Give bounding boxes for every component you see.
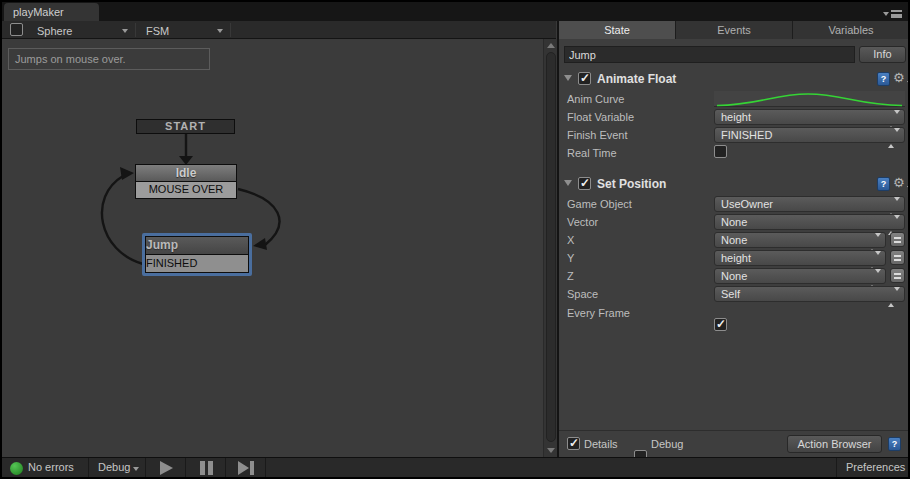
vector-dropdown[interactable]: None bbox=[714, 214, 905, 230]
scroll-down-icon[interactable] bbox=[547, 448, 555, 453]
status-ok-icon bbox=[10, 462, 23, 475]
chevron-down-icon bbox=[133, 467, 139, 471]
jump-node-transition[interactable]: FINISHED bbox=[146, 255, 248, 272]
pause-button[interactable] bbox=[185, 458, 225, 478]
debug-mode-value: Debug bbox=[98, 461, 130, 473]
real-time-checkbox[interactable] bbox=[714, 145, 727, 158]
idle-node-title: Idle bbox=[136, 165, 236, 182]
info-button[interactable]: Info bbox=[859, 46, 906, 63]
fsm-enabled-checkbox[interactable] bbox=[10, 23, 23, 36]
step-button[interactable] bbox=[225, 458, 265, 478]
help-book-icon[interactable]: ? bbox=[877, 72, 890, 86]
playmaker-tab-label: playMaker bbox=[13, 6, 64, 18]
foldout-triangle-icon[interactable] bbox=[564, 75, 572, 81]
vector-label: Vector bbox=[567, 216, 598, 228]
play-icon bbox=[160, 461, 173, 475]
scrollbar-thumb[interactable] bbox=[546, 52, 556, 442]
game-object-value: UseOwner bbox=[721, 198, 773, 210]
help-book-icon[interactable]: ? bbox=[877, 177, 890, 191]
dropdown-arrows-icon bbox=[869, 236, 881, 250]
action-browser-button[interactable]: Action Browser bbox=[787, 435, 882, 453]
y-variable-toggle-button[interactable] bbox=[890, 250, 905, 265]
step-icon bbox=[238, 461, 249, 475]
tab-variables[interactable]: Variables bbox=[793, 21, 909, 39]
debug-label: Debug bbox=[651, 438, 683, 450]
float-variable-value: height bbox=[721, 111, 751, 123]
foldout-triangle-icon[interactable] bbox=[564, 180, 572, 186]
z-label: Z bbox=[567, 270, 574, 282]
gear-icon[interactable]: ⚙ bbox=[893, 176, 905, 190]
state-node-start[interactable]: START bbox=[136, 119, 235, 134]
y-label: Y bbox=[567, 252, 574, 264]
x-dropdown[interactable]: None bbox=[714, 232, 886, 248]
z-variable-toggle-button[interactable] bbox=[890, 268, 905, 283]
title-strip: playMaker bbox=[2, 2, 908, 21]
tab-state[interactable]: State bbox=[559, 21, 675, 39]
details-checkbox[interactable] bbox=[567, 437, 580, 450]
every-frame-checkbox[interactable] bbox=[714, 318, 727, 331]
action-header-set-position[interactable]: Set Position ? ⚙ bbox=[559, 176, 910, 192]
gameobject-dropdown-value: Sphere bbox=[30, 25, 72, 37]
x-variable-toggle-button[interactable] bbox=[890, 232, 905, 247]
play-button[interactable] bbox=[145, 458, 185, 478]
debug-mode-dropdown[interactable]: Debug bbox=[88, 458, 145, 478]
space-value: Self bbox=[721, 288, 740, 300]
anim-curve-field[interactable] bbox=[714, 91, 905, 107]
chevron-down-icon bbox=[122, 29, 128, 33]
finish-event-value: FINISHED bbox=[721, 129, 772, 141]
chevron-down-icon bbox=[217, 29, 223, 33]
gameobject-dropdown[interactable]: Sphere bbox=[30, 21, 134, 39]
window-menu-icon[interactable] bbox=[883, 9, 902, 20]
statusbar-divider bbox=[265, 458, 266, 478]
dropdown-arrows-icon bbox=[888, 200, 900, 214]
dropdown-arrows-icon bbox=[869, 272, 881, 286]
game-object-label: Game Object bbox=[567, 198, 632, 210]
space-dropdown[interactable]: Self bbox=[714, 286, 905, 302]
float-variable-label: Float Variable bbox=[567, 111, 634, 123]
idle-node-transition[interactable]: MOUSE OVER bbox=[136, 182, 236, 198]
inspector-tab-bar: State Events Variables bbox=[559, 21, 910, 39]
every-frame-label: Every Frame bbox=[567, 307, 630, 319]
dropdown-arrows-icon bbox=[888, 290, 900, 304]
playmaker-tab[interactable]: playMaker bbox=[4, 3, 99, 21]
state-node-jump-selected[interactable]: Jump FINISHED bbox=[142, 233, 252, 276]
details-label: Details bbox=[584, 438, 618, 450]
pause-icon bbox=[200, 461, 213, 475]
space-label: Space bbox=[567, 288, 598, 300]
finish-event-label: Finish Event bbox=[567, 129, 628, 141]
statusbar-divider bbox=[836, 458, 837, 478]
set-position-enabled-checkbox[interactable] bbox=[578, 177, 591, 190]
transition-arrows bbox=[2, 39, 543, 457]
error-status-text: No errors bbox=[28, 461, 74, 473]
state-name-input[interactable] bbox=[564, 46, 855, 63]
toolbar-divider bbox=[135, 23, 136, 37]
finish-event-dropdown[interactable]: FINISHED bbox=[714, 127, 905, 143]
anim-curve-graph bbox=[714, 91, 905, 107]
graph-vertical-scrollbar[interactable] bbox=[543, 39, 557, 457]
fsm-graph-canvas[interactable]: Jumps on mouse over. START Idle MOUSE OV… bbox=[2, 39, 543, 457]
step-icon-bar bbox=[250, 461, 254, 475]
fsm-dropdown[interactable]: FSM bbox=[139, 21, 229, 39]
status-bar: No errors Debug Preferences bbox=[2, 457, 908, 477]
inspector-footer: Details Debug Action Browser ? bbox=[559, 430, 910, 457]
scroll-up-icon[interactable] bbox=[547, 43, 555, 48]
preferences-button[interactable]: Preferences bbox=[846, 461, 905, 473]
y-dropdown[interactable]: height bbox=[714, 250, 886, 266]
game-object-dropdown[interactable]: UseOwner bbox=[714, 196, 905, 212]
animate-float-enabled-checkbox[interactable] bbox=[578, 72, 591, 85]
animate-float-title: Animate Float bbox=[597, 72, 676, 86]
dropdown-arrows-icon bbox=[869, 254, 881, 268]
action-header-animate-float[interactable]: Animate Float ? ⚙ bbox=[559, 71, 910, 87]
help-book-icon[interactable]: ? bbox=[888, 437, 901, 451]
z-dropdown[interactable]: None bbox=[714, 268, 886, 284]
tab-events[interactable]: Events bbox=[676, 21, 792, 39]
state-node-idle[interactable]: Idle MOUSE OVER bbox=[135, 164, 237, 199]
start-node-label: START bbox=[165, 120, 206, 132]
float-variable-dropdown[interactable]: height bbox=[714, 109, 905, 125]
gear-icon[interactable]: ⚙ bbox=[893, 71, 905, 85]
real-time-label: Real Time bbox=[567, 147, 617, 159]
dropdown-arrows-icon bbox=[888, 131, 900, 145]
toolbar-divider bbox=[230, 23, 231, 37]
z-value: None bbox=[721, 270, 747, 282]
x-value: None bbox=[721, 234, 747, 246]
